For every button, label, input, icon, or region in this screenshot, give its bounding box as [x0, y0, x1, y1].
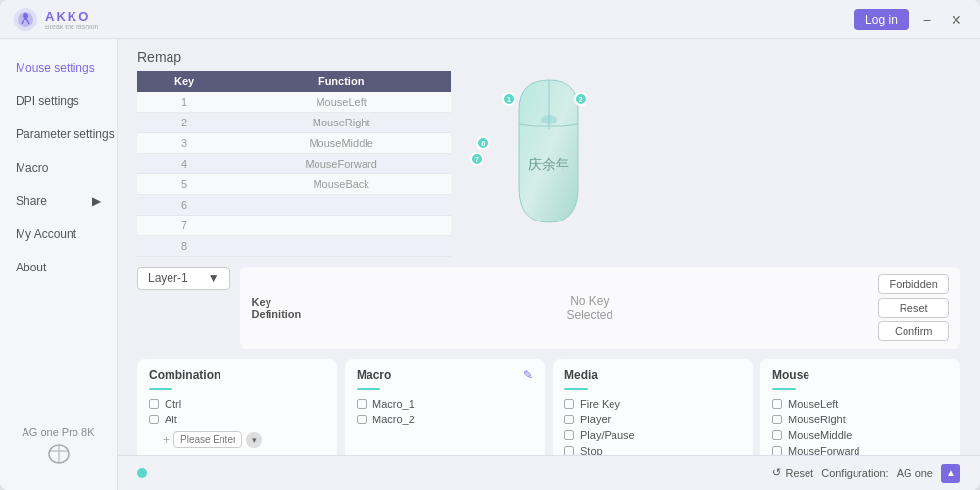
- sidebar-item-dpi-settings[interactable]: DPI settings: [0, 84, 117, 118]
- mouse-right-checkbox[interactable]: [772, 415, 782, 424]
- svg-point-7: [541, 115, 557, 124]
- mouse-dot-2[interactable]: 2: [574, 92, 588, 106]
- minimize-button[interactable]: −: [917, 10, 937, 29]
- sidebar-item-parameter-settings[interactable]: Parameter settings: [0, 118, 117, 151]
- combo-ctrl-checkbox[interactable]: [149, 399, 159, 409]
- reset-key-button[interactable]: Reset: [878, 298, 949, 318]
- mouse-left-checkbox[interactable]: [772, 399, 782, 409]
- bottom-left: [137, 468, 147, 478]
- mouse-dot-7[interactable]: 7: [470, 152, 484, 166]
- macro-card-header: Macro ✎: [357, 368, 533, 382]
- combo-arrow-button[interactable]: ▾: [246, 432, 262, 448]
- table-row[interactable]: 6: [137, 195, 451, 216]
- logo-icon: [12, 6, 39, 33]
- macro-1-checkbox[interactable]: [357, 399, 367, 409]
- mouse-forward-label: MouseForward: [788, 445, 859, 455]
- layer-dropdown[interactable]: Layer-1 ▼: [137, 267, 230, 290]
- table-row[interactable]: 2MouseRight: [137, 113, 451, 133]
- combo-alt-checkbox[interactable]: [149, 415, 159, 424]
- table-row[interactable]: 4MouseForward: [137, 154, 451, 174]
- close-button[interactable]: ✕: [945, 10, 968, 29]
- table-row[interactable]: 8: [137, 236, 451, 257]
- device-name: AG one Pro 8K: [16, 426, 101, 438]
- media-card-header: Media: [564, 368, 741, 382]
- config-label: Configuration:: [821, 467, 889, 479]
- combination-card: Combination Ctrl Alt: [137, 359, 337, 455]
- config-arrow-button[interactable]: ▲: [941, 464, 960, 483]
- mouse-middle-checkbox[interactable]: [772, 430, 782, 440]
- key-def-label: Key Definition: [252, 296, 302, 319]
- media-player-row: Player: [564, 414, 741, 425]
- sidebar-item-mouse-settings[interactable]: Mouse settings: [0, 51, 117, 84]
- macro-edit-icon[interactable]: ✎: [523, 368, 533, 382]
- svg-text:庆余年: 庆余年: [528, 156, 569, 172]
- table-row[interactable]: 1MouseLeft: [137, 92, 451, 113]
- col-header-key: Key: [137, 71, 231, 92]
- media-playpause-label: Play/Pause: [580, 429, 635, 441]
- combo-key-input[interactable]: [173, 431, 242, 448]
- key-action-buttons: Forbidden Reset Confirm: [878, 274, 949, 341]
- mouse-left-label: MouseLeft: [788, 398, 838, 410]
- mouse-card-underline: [772, 388, 796, 390]
- table-cell-key: 4: [137, 154, 231, 174]
- macro-2-checkbox[interactable]: [357, 415, 367, 424]
- login-button[interactable]: Log in: [854, 9, 909, 30]
- mouse-left-row: MouseLeft: [772, 398, 949, 410]
- table-cell-key: 7: [137, 216, 231, 236]
- media-stop-checkbox[interactable]: [564, 446, 574, 455]
- reset-button[interactable]: ↺ Reset: [772, 466, 813, 479]
- macro-card: Macro ✎ Macro_1 Macro_2: [345, 359, 545, 455]
- mouse-forward-checkbox[interactable]: [772, 446, 782, 455]
- combination-title: Combination: [149, 368, 220, 382]
- table-cell-function: MouseRight: [231, 113, 451, 133]
- combo-plus-sign: +: [163, 433, 170, 447]
- mouse-right-row: MouseRight: [772, 414, 949, 425]
- page-title: Remap: [118, 39, 980, 71]
- table-row[interactable]: 3MouseMiddle: [137, 133, 451, 154]
- status-dot: [137, 468, 147, 478]
- mouse-card-header: Mouse: [772, 368, 949, 382]
- table-cell-function: [231, 216, 451, 236]
- table-row[interactable]: 5MouseBack: [137, 174, 451, 195]
- media-stop-row: Stop: [564, 445, 741, 455]
- mouse-content: MouseLeft MouseRight MouseMiddle: [772, 398, 949, 455]
- table-cell-key: 5: [137, 174, 231, 195]
- share-arrow-icon: ▶: [92, 194, 101, 208]
- layer-value: Layer-1: [148, 271, 188, 285]
- table-row[interactable]: 7: [137, 216, 451, 236]
- table-cell-function: MouseMiddle: [231, 133, 451, 154]
- media-player-label: Player: [580, 414, 611, 425]
- sidebar-item-share[interactable]: Share ▶: [0, 184, 117, 218]
- forbidden-button[interactable]: Forbidden: [878, 274, 949, 294]
- media-player-checkbox[interactable]: [564, 415, 574, 424]
- table-cell-key: 8: [137, 236, 231, 257]
- media-playpause-checkbox[interactable]: [564, 430, 574, 440]
- sidebar-bottom: AG one Pro 8K: [0, 416, 117, 478]
- logo-sub: Break the fashion: [45, 24, 98, 30]
- logo-text: AKKO: [45, 9, 98, 24]
- media-firekey-checkbox[interactable]: [564, 399, 574, 409]
- table-cell-key: 1: [137, 92, 231, 113]
- table-cell-function: MouseBack: [231, 174, 451, 195]
- sidebar-item-macro[interactable]: Macro: [0, 151, 117, 184]
- macro-underline: [357, 388, 380, 390]
- media-playpause-row: Play/Pause: [564, 429, 741, 441]
- mouse-middle-row: MouseMiddle: [772, 429, 949, 441]
- combination-underline: [149, 388, 172, 390]
- media-firekey-label: Fire Key: [580, 398, 620, 410]
- sidebar-item-my-account[interactable]: My Account: [0, 218, 117, 251]
- bottom-right: ↺ Reset Configuration: AG one ▲: [772, 464, 960, 483]
- mouse-dot-6[interactable]: 6: [476, 136, 490, 150]
- confirm-button[interactable]: Confirm: [878, 321, 949, 341]
- macro-2-label: Macro_2: [372, 414, 415, 425]
- layer-selector: Layer-1 ▼: [137, 267, 230, 290]
- sidebar-item-about[interactable]: About: [0, 251, 117, 284]
- combination-content: Ctrl Alt + ▾: [149, 398, 325, 455]
- mouse-middle-label: MouseMiddle: [788, 429, 852, 441]
- combination-card-header: Combination: [149, 368, 325, 382]
- sidebar: Mouse settings DPI settings Parameter se…: [0, 39, 118, 490]
- logo-area: AKKO Break the fashion: [12, 6, 98, 33]
- combo-ctrl-row: Ctrl: [149, 398, 325, 410]
- combo-alt-label: Alt: [165, 414, 177, 425]
- table-cell-key: 6: [137, 195, 231, 216]
